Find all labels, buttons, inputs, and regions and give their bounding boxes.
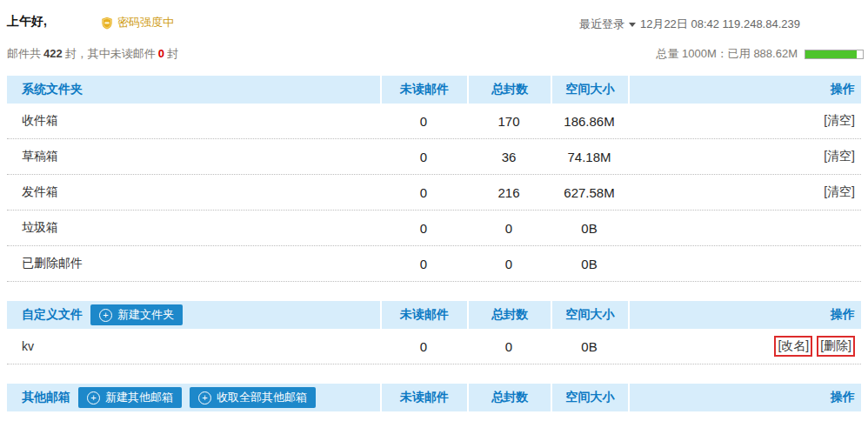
caret-down-icon	[629, 23, 636, 27]
mail-summary: 邮件共422封，其中未读邮件0封	[7, 46, 178, 62]
size-cell: 0B	[551, 221, 628, 236]
section-title-other-mailboxes: 其他邮箱	[22, 390, 70, 405]
rename-folder-button[interactable]: [改名]	[774, 336, 812, 357]
password-strength-label: 密码强度中	[117, 15, 174, 30]
total-count-cell: 0	[467, 339, 551, 354]
total-count-cell: 36	[467, 150, 551, 164]
folder-link-trash[interactable]: 垃圾箱	[22, 220, 58, 236]
total-count-cell: 170	[467, 114, 551, 129]
size-cell: 0B	[551, 257, 628, 271]
clear-sent-button[interactable]: [清空]	[824, 184, 855, 200]
folder-link-kv[interactable]: kv	[22, 339, 34, 353]
quota-info: 总量 1000M：已用 888.62M	[656, 46, 864, 62]
last-login-dropdown[interactable]: 最近登录 12月22日 08:42 119.248.84.239	[579, 17, 800, 32]
column-header-unread: 未读邮件	[380, 76, 467, 104]
unread-count-cell: 0	[380, 150, 467, 164]
mail-summary-prefix: 邮件共	[7, 47, 41, 60]
total-count-cell: 0	[467, 257, 551, 271]
last-login-label: 最近登录	[579, 17, 624, 32]
mail-summary-suffix: 封	[167, 47, 178, 60]
column-header-size: 空间大小	[551, 301, 628, 329]
section-header-system-folders: 系统文件夹 未读邮件 总封数 空间大小 操作	[7, 76, 861, 104]
plus-icon: +	[87, 391, 100, 405]
column-header-unread: 未读邮件	[380, 384, 467, 411]
plus-icon: +	[198, 391, 211, 405]
unread-mail-count: 0	[156, 47, 167, 60]
shield-icon	[101, 17, 113, 30]
greeting-text: 上午好,	[7, 14, 47, 30]
table-row-inbox: 收件箱 0 170 186.86M [清空]	[7, 104, 861, 139]
unread-count-cell: 0	[380, 185, 467, 200]
total-count-cell: 216	[467, 185, 551, 200]
unread-count-cell: 0	[380, 339, 467, 354]
clear-inbox-button[interactable]: [清空]	[824, 113, 855, 129]
new-folder-button[interactable]: + 新建文件夹	[90, 304, 183, 325]
folder-link-sent[interactable]: 发件箱	[22, 184, 58, 200]
clear-drafts-button[interactable]: [清空]	[824, 149, 855, 164]
section-title-custom-folders: 自定义文件	[22, 307, 83, 323]
topbar: 上午好, 密码强度中 最近登录 12月22日 08:42 119.248.84.…	[0, 0, 868, 76]
fetch-all-other-mailboxes-button-label: 收取全部其他邮箱	[217, 390, 307, 405]
folder-tables: 系统文件夹 未读邮件 总封数 空间大小 操作 收件箱 0 170 186.86M…	[7, 76, 861, 411]
folder-link-inbox[interactable]: 收件箱	[22, 113, 58, 129]
unread-count-cell: 0	[380, 114, 467, 129]
section-header-custom-folders: 自定义文件 + 新建文件夹 未读邮件 总封数 空间大小 操作	[7, 301, 861, 329]
unread-count-cell: 0	[380, 257, 467, 271]
password-strength-badge[interactable]: 密码强度中	[101, 15, 174, 30]
quota-bar	[805, 50, 864, 59]
size-cell: 186.86M	[551, 114, 628, 129]
folder-management-page: 上午好, 密码强度中 最近登录 12月22日 08:42 119.248.84.…	[0, 0, 868, 411]
total-count-cell: 0	[467, 221, 551, 236]
column-header-unread: 未读邮件	[380, 301, 467, 329]
column-header-total: 总封数	[467, 301, 551, 329]
column-header-size: 空间大小	[551, 384, 628, 411]
size-cell: 0B	[551, 339, 628, 354]
last-login-value: 12月22日 08:42 119.248.84.239	[640, 17, 800, 32]
column-header-total: 总封数	[467, 76, 551, 104]
fetch-all-other-mailboxes-button[interactable]: + 收取全部其他邮箱	[190, 387, 316, 408]
table-row-trash: 垃圾箱 0 0 0B	[7, 211, 861, 246]
folder-link-deleted[interactable]: 已删除邮件	[22, 256, 83, 271]
column-header-total: 总封数	[467, 384, 551, 411]
column-header-operations: 操作	[628, 76, 861, 104]
table-row-drafts: 草稿箱 0 36 74.18M [清空]	[7, 139, 861, 175]
new-other-mailbox-button-label: 新建其他邮箱	[105, 390, 173, 405]
new-other-mailbox-button[interactable]: + 新建其他邮箱	[78, 387, 182, 408]
section-header-other-mailboxes: 其他邮箱 + 新建其他邮箱 + 收取全部其他邮箱 未读邮件 总封数 空间大小 操…	[7, 384, 861, 411]
table-row-deleted: 已删除邮件 0 0 0B	[7, 246, 861, 282]
section-title-system-folders: 系统文件夹	[22, 82, 83, 97]
delete-folder-button[interactable]: [删除]	[817, 336, 855, 357]
folder-link-drafts[interactable]: 草稿箱	[22, 149, 58, 164]
size-cell: 74.18M	[551, 150, 628, 164]
column-header-operations: 操作	[628, 301, 861, 329]
total-mail-count: 422	[41, 47, 65, 60]
plus-icon: +	[99, 309, 112, 322]
column-header-operations: 操作	[628, 384, 861, 411]
mail-summary-middle: 封，其中未读邮件	[65, 47, 156, 60]
quota-bar-fill	[805, 50, 857, 58]
size-cell: 627.58M	[551, 185, 628, 200]
quota-label: 总量 1000M：已用 888.62M	[656, 46, 798, 62]
unread-count-cell: 0	[380, 221, 467, 236]
table-row-sent: 发件箱 0 216 627.58M [清空]	[7, 175, 861, 211]
table-row-custom-kv: kv 0 0 0B [改名] [删除]	[7, 329, 861, 364]
new-folder-button-label: 新建文件夹	[117, 307, 174, 323]
column-header-size: 空间大小	[551, 76, 628, 104]
